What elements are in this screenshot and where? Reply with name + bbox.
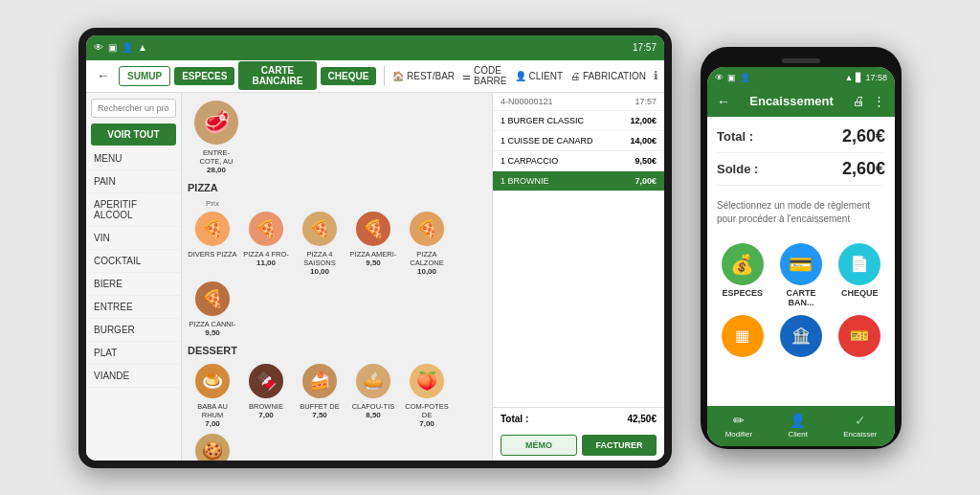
voir-tout-button[interactable]: VOIR TOUT xyxy=(91,124,176,146)
client-bottom-button[interactable]: 👤 Client xyxy=(788,413,807,439)
product-baba[interactable]: 🍮 BABA AU RHUM 7,00 xyxy=(188,362,237,428)
order-item-carpaccio[interactable]: 1 CARPACCIO 9,50€ xyxy=(493,151,664,171)
option5-icon: 🏦 xyxy=(780,315,822,357)
product-pizzacalzone[interactable]: 🍕 PIZZA CALZONE 10,00 xyxy=(402,210,452,276)
client-item[interactable]: 👤 CLIENT xyxy=(515,71,564,81)
brownie-price: 7,00 xyxy=(258,411,274,419)
pizzacalzone-img: 🍕 xyxy=(408,210,446,248)
fabrication-item[interactable]: 🖨 FABRICATION xyxy=(570,71,646,81)
info-icon[interactable]: ℹ xyxy=(654,69,658,82)
product-compotes[interactable]: 🍑 COM-POTES DE 7,00 xyxy=(402,362,452,428)
phone-nav-icons: 🖨 ⋮ xyxy=(853,94,885,108)
canard-name: 1 CUISSE DE CANARD xyxy=(501,136,630,146)
brownie-order-name: 1 BROWNIE xyxy=(501,176,635,186)
burger-price: 12,00€ xyxy=(630,116,657,125)
order-actions: MÉMO FACTURER xyxy=(493,430,664,461)
order-items: 1 BURGER CLASSIC 12,00€ 1 CUISSE DE CANA… xyxy=(493,111,664,407)
code-barre-label: CODE BARRE xyxy=(474,65,506,86)
tablet-body: VOIR TOUT MENU PAIN APERITIF ALCOOL VIN … xyxy=(86,93,664,461)
carte-bancaire-button[interactable]: CARTE BANCAIRE xyxy=(238,61,316,90)
rest-bar-label: REST/BAR xyxy=(407,71,455,81)
product-clafoutis[interactable]: 🥧 CLAFOU-TIS 8,50 xyxy=(348,362,398,428)
baba-name: BABA AU RHUM xyxy=(188,402,237,419)
tablet-time: 17:57 xyxy=(633,42,657,53)
grid-icon: ▣ xyxy=(108,42,117,53)
phone-grid-icon: ▣ xyxy=(727,73,736,82)
prix-label: Prix xyxy=(188,199,237,208)
compotes-price: 7,00 xyxy=(419,419,434,428)
product-pizza4fro[interactable]: 🍕 PIZZA 4 FRO- 11,00 xyxy=(241,210,291,276)
sidebar-item-biere[interactable]: BIERE xyxy=(86,273,181,296)
product-entrecote[interactable]: 🥩 ENTRE-COTE, AU 28,00 xyxy=(188,99,245,174)
payment-option4[interactable]: ▦ xyxy=(717,315,768,360)
client-icon: 👤 xyxy=(515,71,526,81)
memo-button[interactable]: MÉMO xyxy=(501,435,577,456)
phone-back-button[interactable]: ← xyxy=(717,94,730,109)
brownie-order-price: 7,00€ xyxy=(635,176,657,186)
phone-user-icon: 👤 xyxy=(740,73,750,82)
payment-especes[interactable]: 💰 ESPECES xyxy=(717,243,768,307)
encaisser-button[interactable]: ✓ Encaisser xyxy=(843,413,877,439)
cheque-button[interactable]: CHEQUE xyxy=(321,67,377,85)
facturer-button[interactable]: FACTURER xyxy=(582,435,657,456)
product-brownie[interactable]: 🍫 BROWNIE 7,00 xyxy=(241,362,291,428)
modifier-label: Modifier xyxy=(725,430,752,439)
sidebar-item-plat[interactable]: PLAT xyxy=(86,342,181,365)
payment-cheque[interactable]: 📄 CHEQUE xyxy=(835,243,885,307)
sidebar-item-vin[interactable]: VIN xyxy=(86,227,181,250)
order-item-burger[interactable]: 1 BURGER CLASSIC 12,00€ xyxy=(493,111,664,131)
compotes-img: 🍑 xyxy=(408,362,446,400)
sidebar-item-entree[interactable]: ENTREE xyxy=(86,296,181,319)
carte-label: CARTE BAN... xyxy=(775,288,826,307)
phone-top xyxy=(707,58,895,63)
payment-option5[interactable]: 🏦 xyxy=(775,315,826,360)
cheque-icon: 📄 xyxy=(838,243,880,285)
dessert-grid: 🍮 BABA AU RHUM 7,00 🍫 BROWNIE 7,00 🍰 BUF… xyxy=(188,362,486,461)
product-pizzacanni[interactable]: 🍕 PIZZA CANNI- 9,50 xyxy=(188,280,237,337)
pizzacanni-name: PIZZA CANNI- xyxy=(189,320,236,328)
sumup-button[interactable]: SUMUP xyxy=(119,66,170,86)
back-button[interactable]: ← xyxy=(92,66,115,85)
phone-more-icon[interactable]: ⋮ xyxy=(873,94,885,108)
phone-divider2 xyxy=(717,185,885,186)
sidebar-item-pain[interactable]: PAIN xyxy=(86,170,181,193)
sidebar-item-aperitif[interactable]: APERITIF ALCOOL xyxy=(86,193,181,227)
product-divers-pizza[interactable]: 🍕 DIVERS PIZZA xyxy=(188,210,237,276)
sidebar-item-burger[interactable]: BURGER xyxy=(86,319,181,342)
tablet-nav: ← SUMUP ESPECES CARTE BANCAIRE CHEQUE 🏠 … xyxy=(86,60,664,93)
payment-option6[interactable]: 🎫 xyxy=(835,315,885,360)
buffet-name: BUFFET DE xyxy=(300,402,340,411)
brownie-name: BROWNIE xyxy=(249,402,283,411)
baba-img: 🍮 xyxy=(193,362,232,400)
phone-print-icon[interactable]: 🖨 xyxy=(853,94,865,108)
order-total: Total : 42,50€ xyxy=(493,407,664,430)
product-buffet[interactable]: 🍰 BUFFET DE 7,50 xyxy=(295,362,345,428)
modifier-button[interactable]: ✏ Modifier xyxy=(725,413,752,439)
sidebar-item-menu[interactable]: MENU xyxy=(86,147,181,170)
code-barre-item[interactable]: ⚌ CODE BARRE xyxy=(462,65,506,86)
product-pizzaameri[interactable]: 🍕 PIZZA AMERI- 9,50 xyxy=(348,210,398,276)
tablet-topbar: 👁 ▣ 👤 ▲ 17:57 xyxy=(86,35,664,60)
phone-speaker xyxy=(782,58,820,63)
search-input[interactable] xyxy=(91,99,176,118)
rest-bar-item[interactable]: 🏠 REST/BAR xyxy=(392,71,455,81)
pizza4saisons-img: 🍕 xyxy=(301,210,339,248)
order-header: 4-N00000121 17:57 xyxy=(493,93,664,111)
pizzacanni-price: 9,50 xyxy=(205,328,220,337)
product-cookie[interactable]: 🍪 COOKIE 7,50 xyxy=(188,432,237,461)
brownie-img: 🍫 xyxy=(247,362,285,400)
especes-button[interactable]: ESPECES xyxy=(174,67,234,85)
phone-solde-value: 2,60€ xyxy=(842,159,885,179)
phone-total-row: Total : 2,60€ xyxy=(717,126,885,146)
order-item-canard[interactable]: 1 CUISSE DE CANARD 14,00€ xyxy=(493,131,664,151)
payment-carte[interactable]: 💳 CARTE BAN... xyxy=(775,243,826,307)
sidebar-item-cocktail[interactable]: COCKTAIL xyxy=(86,250,181,273)
product-pizza4saisons[interactable]: 🍕 PIZZA 4 SAISONS 10,00 xyxy=(295,210,345,276)
option6-icon: 🎫 xyxy=(838,315,880,357)
phone-title: Encaissement xyxy=(749,94,833,108)
phone-total-value: 2,60€ xyxy=(842,126,885,146)
product-area: 🥩 ENTRE-COTE, AU 28,00 PIZZA Prix 🍕 DIV xyxy=(182,93,492,461)
sidebar-item-viande[interactable]: VIANDE xyxy=(86,365,181,388)
order-item-brownie[interactable]: 1 BROWNIE 7,00€ xyxy=(493,171,664,191)
pizza-grid: 🍕 DIVERS PIZZA 🍕 PIZZA 4 FRO- 11,00 🍕 PI… xyxy=(188,210,486,337)
